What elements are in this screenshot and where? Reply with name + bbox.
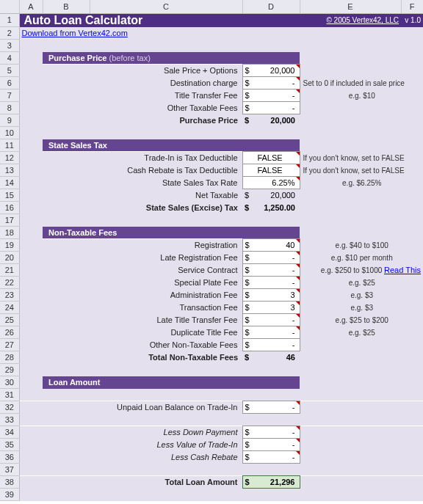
row-23[interactable]: 23 <box>0 289 19 302</box>
comment-icon[interactable] <box>296 152 300 156</box>
col-F[interactable]: F <box>401 0 423 13</box>
row-11[interactable]: 11 <box>0 139 19 152</box>
row-12[interactable]: 12 <box>0 152 19 164</box>
comment-icon[interactable] <box>296 264 300 268</box>
row-36[interactable]: 36 <box>0 451 19 464</box>
comment-icon[interactable] <box>296 177 300 180</box>
row-3[interactable]: 3 <box>0 40 19 52</box>
copyright-link[interactable]: © 2005 Vertex42, LLC <box>242 13 401 27</box>
label-other-tax: Other Taxable Fees <box>43 102 242 114</box>
row-25[interactable]: 25 <box>0 314 19 326</box>
row-38[interactable]: 38 <box>0 476 19 489</box>
row-31[interactable]: 31 <box>0 389 19 401</box>
row-14[interactable]: 14 <box>0 177 19 189</box>
row-35[interactable]: 35 <box>0 439 19 451</box>
row-20[interactable]: 20 <box>0 252 19 264</box>
download-link[interactable]: Download from Vertex42.com <box>19 27 242 40</box>
input-tradein-val[interactable]: $- <box>242 439 300 451</box>
input-destination[interactable]: $- <box>242 77 300 90</box>
label-total-loan: Total Loan Amount <box>43 476 242 489</box>
comment-icon[interactable] <box>296 451 300 455</box>
input-dup-title[interactable]: $- <box>242 326 300 339</box>
row-26[interactable]: 26 <box>0 326 19 339</box>
row-6[interactable]: 6 <box>0 77 19 90</box>
row-17[interactable]: 17 <box>0 214 19 227</box>
row-15[interactable]: 15 <box>0 189 19 202</box>
col-B[interactable]: B <box>43 0 90 13</box>
note-admin: e.g. $3 <box>300 289 423 302</box>
row-9[interactable]: 9 <box>0 114 19 127</box>
input-late-reg[interactable]: $- <box>242 252 300 264</box>
input-cash-rebate[interactable]: $- <box>242 451 300 464</box>
comment-icon[interactable] <box>296 439 300 442</box>
input-rebate-deduct[interactable]: FALSE <box>242 164 300 177</box>
row-1[interactable]: 1 <box>0 13 19 27</box>
row-22[interactable]: 22 <box>0 277 19 289</box>
row-32[interactable]: 32 <box>0 401 19 414</box>
row-28[interactable]: 28 <box>0 351 19 364</box>
comment-icon[interactable] <box>296 239 300 243</box>
row-34[interactable]: 34 <box>0 426 19 439</box>
row-18[interactable]: 18 <box>0 227 19 239</box>
row-33[interactable]: 33 <box>0 414 19 426</box>
comment-icon[interactable] <box>296 90 300 93</box>
row-16[interactable]: 16 <box>0 202 19 214</box>
row-2[interactable]: 2 <box>0 27 19 40</box>
row-27[interactable]: 27 <box>0 339 19 351</box>
comment-icon[interactable] <box>296 164 300 168</box>
comment-icon[interactable] <box>296 277 300 280</box>
input-sale-price[interactable]: $20,000 <box>242 65 300 77</box>
col-A[interactable]: A <box>19 0 43 13</box>
row-21[interactable]: 21 <box>0 264 19 277</box>
comment-icon[interactable] <box>296 77 300 81</box>
row-10[interactable]: 10 <box>0 127 19 139</box>
input-other-tax[interactable]: $- <box>242 102 300 114</box>
label-sales-tax-total: State Sales (Excise) Tax <box>43 202 242 214</box>
row-8[interactable]: 8 <box>0 102 19 114</box>
input-title-fee[interactable]: $- <box>242 90 300 102</box>
row-24[interactable]: 24 <box>0 302 19 314</box>
comment-icon[interactable] <box>296 289 300 293</box>
comment-icon[interactable] <box>296 326 300 330</box>
input-plate[interactable]: $- <box>242 277 300 289</box>
label-cash-rebate: Less Cash Rebate <box>43 451 242 464</box>
version: v 1.0 <box>401 13 423 27</box>
input-down-pay[interactable]: $- <box>242 426 300 439</box>
row-29[interactable]: 29 <box>0 364 19 376</box>
col-D[interactable]: D <box>242 0 300 13</box>
input-admin[interactable]: $3 <box>242 289 300 302</box>
input-transaction[interactable]: $3 <box>242 302 300 314</box>
row-39[interactable]: 39 <box>0 489 19 501</box>
input-service[interactable]: $- <box>242 264 300 277</box>
input-registration[interactable]: $40 <box>242 239 300 252</box>
col-E[interactable]: E <box>300 0 401 13</box>
corner-cell <box>0 0 19 13</box>
col-C[interactable]: C <box>90 0 242 13</box>
comment-icon[interactable] <box>296 302 300 305</box>
note-transaction: e.g. $3 <box>300 302 423 314</box>
row-37[interactable]: 37 <box>0 464 19 476</box>
section-sales-tax: State Sales Tax <box>43 139 300 152</box>
input-other-nontax[interactable]: $- <box>242 339 300 351</box>
note-rebate: If you don't know, set to FALSE <box>300 164 423 177</box>
input-late-title[interactable]: $- <box>242 314 300 326</box>
comment-icon[interactable] <box>296 401 300 405</box>
section-loan-amount: Loan Amount <box>43 376 300 389</box>
input-tradein-deduct[interactable]: FALSE <box>242 152 300 164</box>
label-other-nontax: Other Non-Taxable Fees <box>43 339 242 351</box>
input-tax-rate[interactable]: 6.25% <box>242 177 300 189</box>
comment-icon[interactable] <box>296 426 300 430</box>
comment-icon[interactable] <box>296 252 300 255</box>
comment-icon[interactable] <box>296 314 300 318</box>
row-19[interactable]: 19 <box>0 239 19 252</box>
row-13[interactable]: 13 <box>0 164 19 177</box>
row-30[interactable]: 30 <box>0 376 19 389</box>
note-destination: Set to 0 if included in sale price <box>300 77 423 90</box>
row-7[interactable]: 7 <box>0 90 19 102</box>
read-this-link[interactable]: Read This <box>384 266 421 274</box>
row-5[interactable]: 5 <box>0 65 19 77</box>
row-4[interactable]: 4 <box>0 52 19 65</box>
input-unpaid-bal[interactable]: $- <box>242 401 300 414</box>
comment-icon[interactable] <box>296 65 300 68</box>
section-nontax-fees: Non-Taxable Fees <box>43 227 300 239</box>
